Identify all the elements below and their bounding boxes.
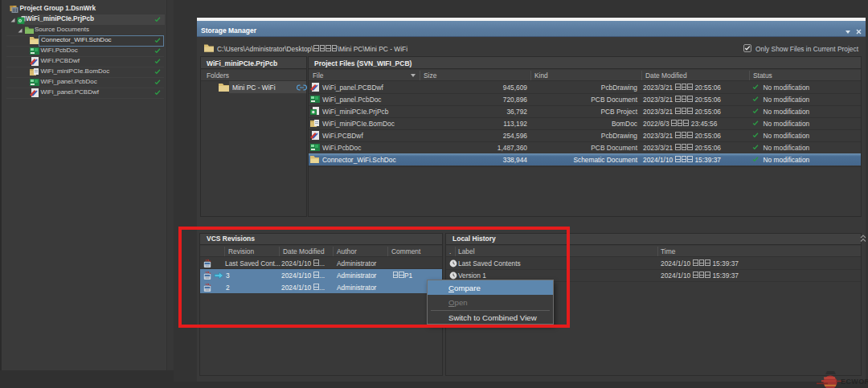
svg-text:ECWORLD: ECWORLD: [841, 378, 868, 386]
